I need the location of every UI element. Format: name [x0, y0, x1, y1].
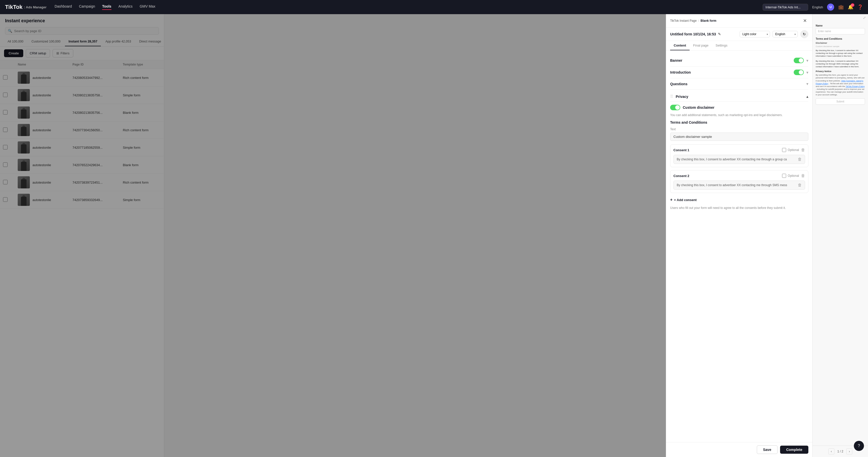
- introduction-chevron[interactable]: ▾: [806, 70, 808, 75]
- breadcrumb-current: Blank form: [701, 19, 716, 23]
- nav-dashboard[interactable]: Dashboard: [55, 4, 72, 10]
- privacy-header: ⠿ Privacy ▴: [670, 91, 808, 102]
- consent-1-title: Consent 1: [674, 148, 782, 152]
- briefcase-icon[interactable]: 💼: [838, 4, 844, 10]
- form-title-bar: Untitled form 10/1/24, 16:53 ✎ Light col…: [666, 28, 812, 41]
- introduction-toggle[interactable]: [794, 69, 804, 75]
- add-consent-plus-icon: +: [670, 198, 673, 202]
- form-content: Banner ▾ Introduction: [666, 51, 812, 442]
- tiktok-logo-icon: TikTok: [5, 4, 23, 10]
- ads-manager-label: : Ads Manager: [24, 5, 46, 9]
- color-select[interactable]: Light colorDark color: [740, 31, 770, 37]
- preview-disclaimer-sample: Custom disclaimer sample: [816, 45, 865, 48]
- next-page-button[interactable]: ›: [846, 449, 852, 455]
- form-editor: TikTok Instant Page / Blank form ✕ Untit…: [666, 14, 812, 457]
- account-selector[interactable]: Internal-TikTok Ads Int...: [763, 4, 808, 10]
- preview-consent-1: By checking this box, I consent to adver…: [816, 49, 865, 58]
- topnav-right: Internal-TikTok Ads Int... English U 💼 🔔…: [763, 3, 863, 10]
- help-icon[interactable]: ❓: [858, 4, 863, 10]
- nav-links: Dashboard Campaign Tools Analytics GMV M…: [55, 4, 155, 10]
- complete-button[interactable]: Complete: [780, 446, 808, 454]
- add-consent-button[interactable]: + + Add consent: [670, 196, 697, 204]
- nav-analytics[interactable]: Analytics: [119, 4, 133, 10]
- preview-privacy-title: Privacy Notice: [816, 70, 865, 73]
- preview-name-field: Name Enter name: [816, 24, 865, 34]
- consent-2-optional-checkbox[interactable]: [782, 174, 786, 178]
- consent-2-delete-icon[interactable]: 🗑: [801, 173, 805, 178]
- preview-privacy-notice: Privacy Notice By submitting this form, …: [816, 70, 865, 96]
- text-field-group: Text Custom disclaimer sample: [670, 127, 808, 141]
- introduction-section: Introduction ▾: [670, 66, 808, 78]
- notification-badge: 9+: [851, 3, 855, 7]
- users-note: Users who fill out your form will need t…: [670, 206, 808, 210]
- pagination-label: 1 / 2: [837, 450, 843, 453]
- preview-name-label: Name: [816, 24, 865, 27]
- preview-submit-button: Submit: [816, 98, 865, 105]
- add-consent-label: + Add consent: [674, 198, 696, 202]
- banner-chevron[interactable]: ▾: [806, 58, 808, 63]
- breadcrumb-parent[interactable]: TikTok Instant Page: [670, 19, 697, 23]
- preview-expand: ⤢: [813, 14, 868, 21]
- preview-tc-title: Terms and Conditions: [816, 37, 865, 40]
- nav-tools[interactable]: Tools: [102, 4, 111, 10]
- disclaimer-description: You can add additional statements, such …: [670, 113, 808, 117]
- form-tabs: Content Final page Settings: [666, 41, 812, 51]
- tiktok-privacy-link[interactable]: TikTok Privacy Policy: [846, 85, 865, 87]
- consent-1-inline-delete[interactable]: 🗑: [798, 157, 802, 162]
- user-avatar[interactable]: U: [827, 3, 834, 10]
- privacy-chevron[interactable]: ▴: [806, 94, 808, 99]
- text-field-label: Text: [670, 127, 808, 131]
- questions-chevron[interactable]: ▾: [806, 81, 808, 86]
- preview-content: Name Enter name Terms and Conditions Dis…: [813, 21, 868, 446]
- close-button[interactable]: ✕: [801, 17, 808, 24]
- preview-consent-2: By checking this box, I consent to adver…: [816, 60, 865, 68]
- custom-disclaimer-toggle[interactable]: [670, 105, 680, 110]
- notification-icon[interactable]: 🔔 9+: [848, 4, 854, 10]
- lang-select[interactable]: EnglishChinese: [773, 31, 798, 37]
- terms-section: Terms and Conditions Text Custom disclai…: [670, 120, 808, 210]
- prev-page-button[interactable]: ‹: [828, 449, 834, 455]
- refresh-button[interactable]: ↻: [800, 30, 808, 38]
- breadcrumb: TikTok Instant Page / Blank form: [670, 19, 716, 23]
- form-editor-header: TikTok Instant Page / Blank form ✕: [666, 14, 812, 28]
- edit-title-icon[interactable]: ✎: [718, 32, 721, 36]
- consent-2-header: Consent 2 Optional 🗑: [674, 173, 805, 178]
- consent-1-text-value: By checking this box, I consent to adver…: [677, 158, 796, 161]
- expand-button[interactable]: ⤢: [863, 16, 866, 20]
- consent-2-text-value: By checking this box, I consent to adver…: [677, 183, 796, 187]
- form-title: Untitled form 10/1/24, 16:53 ✎: [670, 32, 737, 36]
- banner-toggle[interactable]: [794, 58, 804, 63]
- consent-1-optional: Optional: [782, 148, 799, 152]
- privacy-drag-handle[interactable]: ⠿: [670, 94, 673, 99]
- main-layout: Instant experience 🔍 All 100,000 Customi…: [0, 14, 868, 457]
- consent-1-delete-icon[interactable]: 🗑: [801, 148, 805, 152]
- nav-campaign[interactable]: Campaign: [79, 4, 95, 10]
- save-button[interactable]: Save: [757, 446, 778, 454]
- custom-disclaimer-row: Custom disclaimer: [670, 102, 808, 113]
- consent-2-inline-delete[interactable]: 🗑: [798, 183, 802, 188]
- tab-content[interactable]: Content: [670, 41, 690, 50]
- terms-title: Terms and Conditions: [670, 120, 808, 124]
- preview-panel: ⤢ Name Enter name Terms and Conditions D…: [812, 14, 868, 457]
- consent-2-block: Consent 2 Optional 🗑 By checking this bo…: [670, 170, 808, 193]
- consent-1-optional-checkbox[interactable]: [782, 148, 786, 152]
- consent-1-text[interactable]: By checking this box, I consent to adver…: [674, 155, 805, 164]
- tab-final-page[interactable]: Final page: [690, 41, 712, 50]
- consent-2-text[interactable]: By checking this box, I consent to adver…: [674, 180, 805, 190]
- modal-overlay: TikTok Instant Page / Blank form ✕ Untit…: [0, 14, 868, 457]
- consent-2-optional: Optional: [782, 174, 799, 178]
- consent-2-optional-label: Optional: [788, 174, 799, 177]
- questions-section: Questions ▾: [670, 78, 808, 89]
- preview-tc: Terms and Conditions Disclaimer Custom d…: [816, 37, 865, 105]
- form-footer: Save Complete: [666, 442, 812, 457]
- nav-gmvmax[interactable]: GMV Max: [140, 4, 155, 10]
- breadcrumb-separator: /: [698, 19, 699, 23]
- consent-1-header: Consent 1 Optional 🗑: [674, 148, 805, 152]
- tab-settings[interactable]: Settings: [712, 41, 731, 50]
- privacy-section: ⠿ Privacy ▴ Custom disclaimer: [670, 89, 808, 212]
- text-field-value[interactable]: Custom disclaimer sample: [670, 133, 808, 141]
- consent-1-optional-label: Optional: [788, 148, 799, 152]
- help-button[interactable]: ?: [854, 441, 864, 451]
- modal-container: TikTok Instant Page / Blank form ✕ Untit…: [666, 14, 868, 457]
- color-select-wrapper: Light colorDark color ▾: [740, 31, 770, 37]
